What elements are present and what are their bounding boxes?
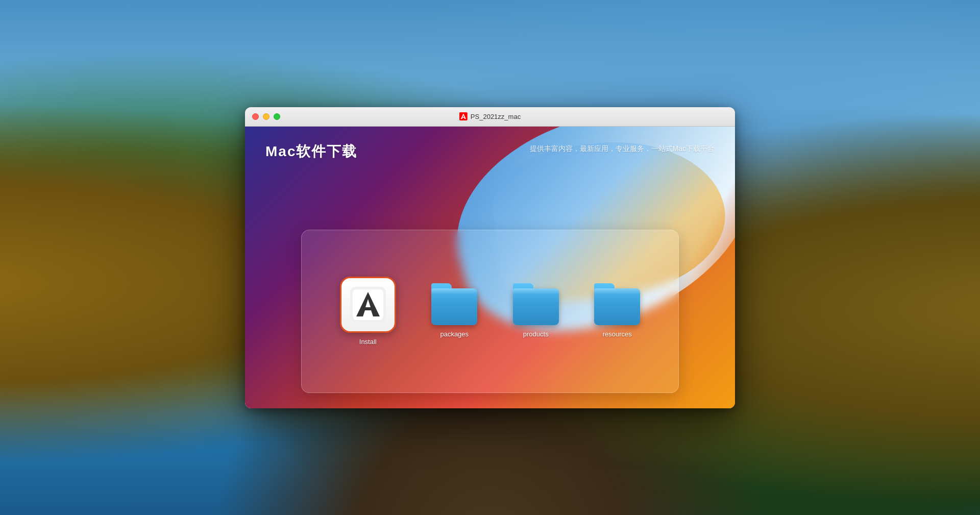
minimize-button[interactable] <box>263 113 270 120</box>
resources-label: resources <box>603 330 632 338</box>
file-item-packages[interactable]: packages <box>431 284 477 338</box>
file-item-products[interactable]: products <box>513 284 559 338</box>
install-label: Install <box>359 338 377 346</box>
titlebar-adobe-icon <box>459 112 468 120</box>
packages-label: packages <box>440 330 469 338</box>
header-area: Mac软件下载 提供丰富内容，最新应用，专业服务，一站式Mac下载平台 <box>245 127 735 175</box>
file-item-install[interactable]: Install <box>340 277 396 346</box>
header-subtitle: 提供丰富内容，最新应用，专业服务，一站式Mac下载平台 <box>530 144 715 154</box>
svg-rect-0 <box>459 112 468 120</box>
file-browser: Install packages products <box>301 230 679 393</box>
traffic-lights <box>252 113 280 120</box>
close-button[interactable] <box>252 113 259 120</box>
packages-folder-icon <box>431 284 477 325</box>
resources-folder-icon <box>594 284 640 325</box>
titlebar: PS_2021zz_mac <box>245 107 735 127</box>
window-content: Mac软件下载 提供丰富内容，最新应用，专业服务，一站式Mac下载平台 Inst… <box>245 127 735 408</box>
window-title: PS_2021zz_mac <box>471 113 521 120</box>
maximize-button[interactable] <box>274 113 280 120</box>
finder-window: PS_2021zz_mac Mac软件下载 提供丰富内容，最新应用，专业服务，一… <box>245 107 735 408</box>
products-folder-icon <box>513 284 559 325</box>
products-label: products <box>523 330 549 338</box>
adobe-logo-icon <box>350 287 386 323</box>
install-app-icon <box>340 277 396 333</box>
file-item-resources[interactable]: resources <box>594 284 640 338</box>
window-title-area: PS_2021zz_mac <box>459 112 521 120</box>
